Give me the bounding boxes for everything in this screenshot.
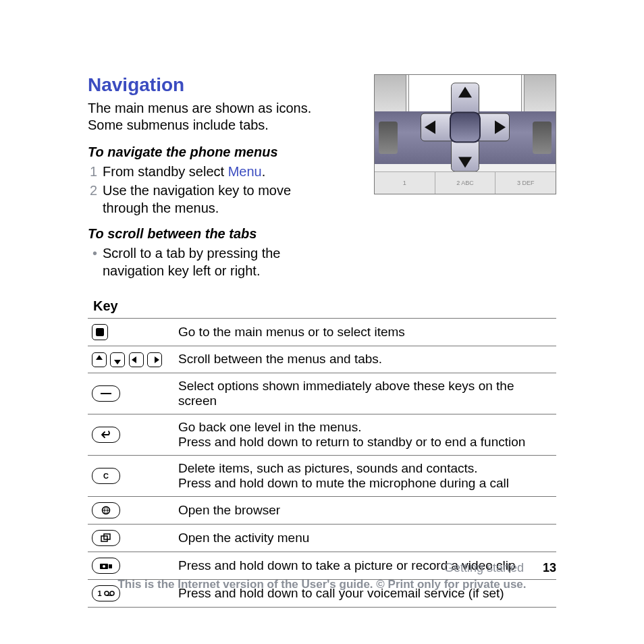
intro-text: The main menus are shown as icons. Some … [88,100,317,134]
subhead-scroll-tabs: To scroll between the tabs [88,226,317,242]
phone-navigation-illustration: 1 2 ABC 3 DEF [374,74,556,194]
key-desc: Select options shown immediately above t… [174,373,556,414]
keypad-3-label: 3 DEF [495,172,556,194]
back-key-icon [92,427,120,443]
table-row: Select options shown immediately above t… [88,373,556,414]
key-desc: Open the browser [174,496,556,524]
nav-right-key-icon [147,352,162,367]
step-1-text: From standby select Menu. [103,163,317,180]
keypad-1-label: 1 [375,172,435,194]
footer-notice: This is the Internet version of the User… [0,578,644,591]
table-row: Open the activity menu [88,524,556,552]
page-number: 13 [543,561,556,575]
menu-link[interactable]: Menu [228,164,262,179]
browser-key-icon [92,502,120,518]
step-2-text: Use the navigation key to move through t… [103,182,317,217]
key-desc: Go to the main menus or to select items [174,319,556,346]
key-desc: Scroll between the menus and tabs. [174,346,556,373]
nav-up-key-icon [92,352,107,367]
step-1-prefix: From standby select [103,164,228,179]
center-select-key-icon [92,324,108,340]
svg-point-7 [105,591,109,595]
key-desc: Go back one level in the menus. Press an… [174,414,556,455]
step-marker-1: 1 [88,163,97,180]
key-desc: Open the activity menu [174,524,556,552]
softkey-right-icon [533,122,552,154]
manual-page: Navigation The main menus are shown as i… [0,0,644,644]
table-row: Open the browser [88,496,556,524]
clear-key-icon: C [92,468,120,484]
table-row: C Delete items, such as pictures, sounds… [88,455,556,496]
dpad-icon [421,82,510,171]
table-row: Go to the main menus or to select items [88,319,556,346]
svg-point-8 [110,591,114,595]
key-table-heading: Key [93,298,556,314]
footer-section-label: Getting started [444,561,524,575]
keypad-2-label: 2 ABC [435,172,496,194]
page-footer: Getting started 13 This is the Internet … [0,561,644,591]
key-desc: Delete items, such as pictures, sounds a… [174,455,556,496]
nav-left-key-icon [129,352,144,367]
activity-menu-key-icon [92,530,120,546]
page-heading: Navigation [88,74,317,96]
softkey-left-icon [379,122,398,154]
bullet-text: Scroll to a tab by pressing the navigati… [103,244,317,279]
subhead-navigate: To navigate the phone menus [88,144,317,160]
table-row: Scroll between the menus and tabs. [88,346,556,373]
softkey-icon [92,385,120,402]
step-1-suffix: . [262,164,266,179]
nav-down-key-icon [110,352,125,367]
table-row: Go back one level in the menus. Press an… [88,414,556,455]
step-marker-2: 2 [88,182,97,199]
bullet-marker: • [88,244,97,262]
